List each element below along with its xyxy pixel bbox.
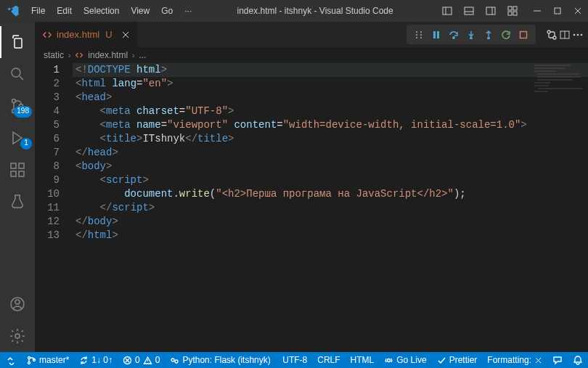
code-line: <meta name="viewport" content="width=dev… bbox=[73, 118, 588, 132]
line-number-gutter: 1 2 3 4 5 6 7 8 9 10 11 12 13 bbox=[35, 63, 73, 352]
formatting-status[interactable]: Formatting: bbox=[482, 352, 547, 368]
breadcrumb[interactable]: static › index.html › ... bbox=[35, 47, 588, 63]
debug-step-into-icon[interactable] bbox=[463, 26, 479, 44]
feedback-icon[interactable] bbox=[547, 352, 568, 368]
svg-rect-42 bbox=[520, 31, 527, 38]
debug-toolbar bbox=[407, 25, 536, 44]
eol-indicator[interactable]: CRLF bbox=[312, 352, 345, 368]
svg-point-41 bbox=[488, 37, 489, 38]
html-file-icon bbox=[75, 51, 83, 60]
go-live-button[interactable]: Go Live bbox=[379, 352, 431, 368]
tab-name: index.html bbox=[57, 29, 99, 40]
svg-rect-19 bbox=[11, 163, 16, 168]
code-content[interactable]: <!DOCTYPE html> <html lang="en"> <head> … bbox=[73, 63, 588, 352]
problems-indicator[interactable]: 0 0 bbox=[118, 352, 165, 368]
breadcrumb-folder[interactable]: static bbox=[44, 50, 64, 60]
remote-indicator[interactable] bbox=[0, 352, 22, 368]
customize-layout-icon[interactable] bbox=[502, 0, 523, 22]
svg-point-48 bbox=[577, 33, 579, 36]
svg-point-14 bbox=[12, 68, 20, 77]
code-line: <meta charset="UTF-8"> bbox=[73, 105, 588, 118]
close-tab-icon[interactable] bbox=[121, 30, 130, 39]
code-line: </html> bbox=[73, 229, 588, 242]
editor-actions bbox=[542, 22, 588, 47]
debug-pause-icon[interactable] bbox=[428, 26, 444, 44]
notifications-icon[interactable] bbox=[568, 352, 588, 368]
window-controls bbox=[527, 0, 588, 22]
svg-point-50 bbox=[28, 356, 30, 359]
toggle-panel-left-icon[interactable] bbox=[437, 0, 457, 22]
debug-drag-handle-icon[interactable] bbox=[411, 26, 427, 44]
prettier-status[interactable]: Prettier bbox=[432, 352, 483, 368]
svg-rect-0 bbox=[443, 7, 452, 15]
debug-stop-icon[interactable] bbox=[515, 26, 531, 44]
scm-badge: 198 bbox=[14, 106, 32, 118]
testing-icon[interactable] bbox=[0, 186, 35, 218]
source-control-icon[interactable]: 198 bbox=[0, 90, 35, 122]
git-sync[interactable]: 1↓ 0↑ bbox=[74, 352, 118, 368]
layout-controls bbox=[433, 0, 527, 22]
code-line: </head> bbox=[73, 146, 588, 160]
menu-bar: File Edit Selection View Go ··· bbox=[25, 0, 197, 22]
svg-point-39 bbox=[470, 37, 472, 38]
window-title: index.html - itshnyk - Visual Studio Cod… bbox=[197, 6, 433, 16]
encoding-indicator[interactable]: UTF-8 bbox=[277, 352, 312, 368]
svg-point-44 bbox=[553, 36, 556, 39]
code-line: <head> bbox=[73, 91, 588, 105]
menu-edit[interactable]: Edit bbox=[51, 0, 78, 22]
svg-rect-36 bbox=[437, 31, 439, 38]
svg-point-31 bbox=[416, 34, 417, 36]
breadcrumb-more[interactable]: ... bbox=[139, 50, 146, 60]
explorer-icon[interactable] bbox=[0, 26, 35, 58]
chevron-right-icon: › bbox=[68, 52, 70, 60]
settings-gear-icon[interactable] bbox=[0, 320, 35, 352]
svg-point-59 bbox=[388, 359, 391, 361]
close-window-button[interactable] bbox=[568, 0, 588, 22]
menu-view[interactable]: View bbox=[125, 0, 155, 22]
menu-selection[interactable]: Selection bbox=[78, 0, 125, 22]
code-line: <html lang="en"> bbox=[73, 77, 588, 91]
menu-overflow[interactable]: ··· bbox=[179, 0, 197, 22]
git-branch[interactable]: master* bbox=[22, 352, 74, 368]
svg-line-15 bbox=[20, 76, 23, 80]
svg-point-49 bbox=[581, 33, 583, 36]
html-file-icon bbox=[42, 30, 52, 40]
svg-rect-4 bbox=[486, 7, 495, 15]
debug-step-out-icon[interactable] bbox=[481, 26, 497, 44]
debug-badge: 1 bbox=[20, 138, 32, 150]
activity-bar: 198 1 bbox=[0, 22, 35, 352]
svg-rect-6 bbox=[508, 7, 512, 10]
accounts-icon[interactable] bbox=[0, 288, 35, 320]
tab-index-html[interactable]: index.html U bbox=[35, 22, 138, 47]
debug-step-over-icon[interactable] bbox=[446, 26, 462, 44]
code-line: <script> bbox=[73, 173, 588, 187]
compare-changes-icon[interactable] bbox=[546, 29, 558, 41]
toggle-panel-bottom-icon[interactable] bbox=[459, 0, 479, 22]
svg-point-30 bbox=[420, 31, 422, 33]
search-icon[interactable] bbox=[0, 58, 35, 90]
svg-point-29 bbox=[416, 31, 417, 33]
minimap[interactable] bbox=[530, 63, 588, 107]
toggle-panel-right-icon[interactable] bbox=[481, 0, 501, 22]
language-mode[interactable]: HTML bbox=[346, 352, 380, 368]
menu-go[interactable]: Go bbox=[155, 0, 179, 22]
split-editor-icon[interactable] bbox=[559, 29, 571, 41]
run-debug-icon[interactable]: 1 bbox=[0, 122, 35, 154]
minimize-button[interactable] bbox=[527, 0, 547, 22]
maximize-button[interactable] bbox=[547, 0, 568, 22]
svg-rect-7 bbox=[513, 7, 517, 10]
svg-point-51 bbox=[28, 361, 30, 364]
svg-point-33 bbox=[416, 37, 417, 38]
tab-modified-indicator: U bbox=[105, 29, 112, 40]
debug-restart-icon[interactable] bbox=[498, 26, 514, 44]
svg-rect-11 bbox=[555, 8, 560, 14]
more-actions-icon[interactable] bbox=[572, 29, 584, 41]
python-interpreter[interactable]: Python: Flask (itshnyk) bbox=[165, 352, 275, 368]
code-line: document.write("<h2>Перша програма на Ja… bbox=[73, 187, 588, 201]
svg-point-37 bbox=[453, 36, 454, 38]
breadcrumb-file[interactable]: index.html bbox=[88, 50, 128, 60]
code-editor[interactable]: 1 2 3 4 5 6 7 8 9 10 11 12 13 <!DOCTYPE … bbox=[35, 63, 588, 352]
svg-point-58 bbox=[175, 360, 178, 363]
extensions-icon[interactable] bbox=[0, 154, 35, 186]
menu-file[interactable]: File bbox=[25, 0, 51, 22]
